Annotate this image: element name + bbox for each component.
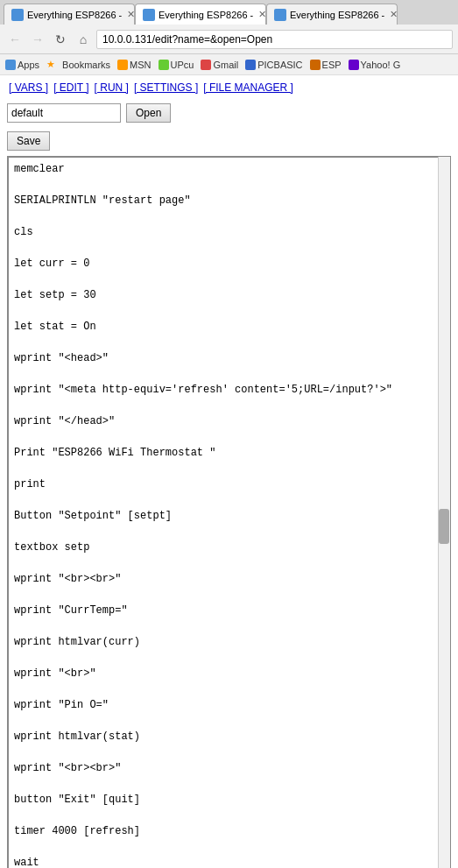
code-line: wprint "<meta http-equiv='refresh' conte…: [14, 382, 444, 398]
bookmark-msn[interactable]: MSN: [117, 60, 151, 70]
nav-vars[interactable]: [ VARS ]: [7, 81, 50, 95]
tab-1[interactable]: Everything ESP8266 - ✕: [4, 4, 135, 25]
forward-button[interactable]: →: [28, 30, 47, 49]
picbasic-icon: [245, 60, 256, 70]
tab-favicon-1: [11, 9, 24, 21]
yahoo-icon: [349, 60, 359, 70]
bookmark-esp[interactable]: ESP: [310, 60, 342, 70]
code-line: wprint "Pin O=": [14, 697, 444, 713]
nav-settings[interactable]: [ SETTINGS ]: [132, 81, 200, 95]
scrollbar-thumb[interactable]: [439, 509, 449, 544]
bookmark-bookmarks[interactable]: Bookmarks: [62, 60, 110, 70]
reload-button[interactable]: ↻: [51, 30, 70, 49]
tab-favicon-2: [143, 9, 155, 21]
file-input-row: Open: [7, 103, 451, 123]
nav-edit[interactable]: [ EDIT ]: [52, 81, 90, 95]
save-button[interactable]: Save: [7, 131, 50, 151]
code-editor[interactable]: memclear SERIALPRINTLN "restart page" cl…: [8, 157, 450, 868]
code-line: let stat = On: [14, 319, 444, 335]
tab-close-2[interactable]: ✕: [258, 9, 266, 20]
tab-3[interactable]: Everything ESP8266 - ✕: [266, 4, 398, 25]
code-line: wprint "</head>": [14, 413, 444, 429]
tab-label-2: Everything ESP8266 -: [159, 10, 253, 20]
code-wrapper: memclear SERIALPRINTLN "restart page" cl…: [7, 156, 451, 868]
code-line: timer 4000 [refresh]: [14, 823, 444, 839]
code-line: wprint "<head>": [14, 350, 444, 366]
tab-label-1: Everything ESP8266 -: [27, 10, 122, 20]
code-line: button "Exit" [quit]: [14, 792, 444, 808]
bookmark-apps[interactable]: Apps: [5, 60, 39, 70]
tab-close-3[interactable]: ✕: [390, 9, 398, 20]
code-line: wprint "<br>": [14, 666, 444, 681]
upcu-icon: [159, 60, 169, 70]
bookmarks-bar: Apps ★ Bookmarks MSN UPcu Gmail PICBASIC…: [0, 54, 458, 75]
tab-2[interactable]: Everything ESP8266 - ✕: [135, 4, 266, 25]
code-line: wprint "<br><br>": [14, 571, 444, 587]
bookmark-upcu[interactable]: UPcu: [159, 60, 194, 70]
address-bar[interactable]: [96, 30, 453, 49]
tab-close-1[interactable]: ✕: [127, 9, 135, 20]
code-line: wait: [14, 855, 444, 868]
gmail-icon: [201, 60, 211, 70]
code-line: textbox setp: [14, 540, 444, 555]
code-line: let curr = 0: [14, 256, 444, 272]
page-content: [ VARS ] [ EDIT ] [ RUN ] [ SETTINGS ] […: [0, 75, 458, 868]
file-name-input[interactable]: [7, 103, 121, 123]
code-line: print: [14, 476, 444, 492]
code-line: wprint "<br><br>": [14, 760, 444, 776]
code-line: cls: [14, 224, 444, 240]
code-line: memclear: [14, 161, 444, 177]
nav-file-manager[interactable]: [ FILE MANAGER ]: [201, 81, 295, 95]
esp-icon: [310, 60, 321, 70]
bookmark-gmail[interactable]: Gmail: [201, 60, 238, 70]
apps-icon: [5, 60, 16, 70]
save-btn-row: Save: [7, 131, 451, 151]
browser-toolbar: ← → ↻ ⌂: [0, 25, 458, 54]
code-line: Button "Setpoint" [setpt]: [14, 508, 444, 524]
code-line: wprint htmlvar(stat): [14, 729, 444, 745]
browser-tabs: Everything ESP8266 - ✕ Everything ESP826…: [0, 0, 458, 25]
code-line: Print "ESP8266 WiFi Thermostat ": [14, 445, 444, 461]
msn-icon: [117, 60, 128, 70]
bookmark-picbasic[interactable]: PICBASIC: [245, 60, 302, 70]
code-line: SERIALPRINTLN "restart page": [14, 193, 444, 208]
home-button[interactable]: ⌂: [74, 30, 93, 49]
back-button[interactable]: ←: [5, 30, 25, 49]
nav-links: [ VARS ] [ EDIT ] [ RUN ] [ SETTINGS ] […: [7, 81, 451, 95]
bookmarks-star: ★: [46, 59, 55, 70]
code-line: wprint "CurrTemp=": [14, 603, 444, 618]
nav-run[interactable]: [ RUN ]: [93, 81, 130, 95]
tab-favicon-3: [274, 9, 286, 21]
tab-label-3: Everything ESP8266 -: [290, 10, 384, 20]
code-line: let setp = 30: [14, 287, 444, 303]
code-line: wprint htmlvar(curr): [14, 634, 444, 650]
open-button[interactable]: Open: [126, 103, 171, 123]
bookmark-yahoo[interactable]: Yahoo! G: [349, 60, 401, 70]
vertical-scrollbar[interactable]: [438, 157, 450, 868]
